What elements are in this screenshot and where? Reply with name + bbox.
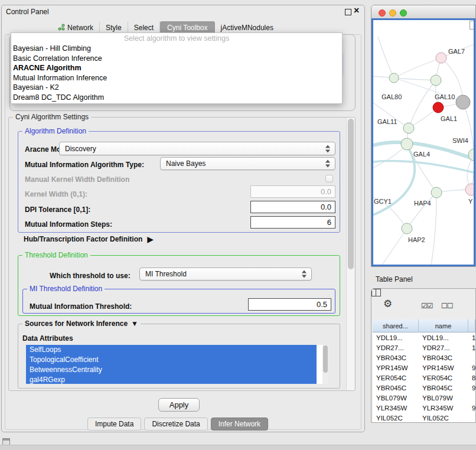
network-node[interactable] bbox=[433, 102, 444, 113]
table-row[interactable]: YDL19...YDL19...13 bbox=[373, 332, 475, 343]
table-header-row: shared...name bbox=[373, 319, 475, 332]
table-row[interactable]: YIL052CYIL052C bbox=[373, 413, 475, 422]
node-label: GAL7 bbox=[448, 48, 465, 55]
tab-select[interactable]: Select bbox=[128, 22, 160, 34]
algorithm-option[interactable]: Bayesian - Hill Climbing bbox=[11, 44, 342, 54]
column-header[interactable] bbox=[468, 319, 475, 332]
table-cell: YBL079W bbox=[373, 393, 419, 403]
aracne-mode-select[interactable]: Discovery bbox=[59, 142, 335, 155]
minimize-traffic-light[interactable] bbox=[389, 9, 396, 17]
which-threshold-select[interactable]: MI Threshold bbox=[139, 268, 312, 281]
tab-jactivemnodules[interactable]: jActiveMNodules bbox=[215, 22, 279, 34]
node-label: SWI4 bbox=[452, 137, 468, 144]
dpi-tolerance-label: DPI Tolerance [0,1]: bbox=[25, 206, 90, 214]
tab-discretize-data[interactable]: Discretize Data bbox=[144, 418, 207, 431]
select-all-rows-icon[interactable]: ☑☑ bbox=[421, 301, 433, 311]
mi-steps-label: Mutual Information Steps: bbox=[25, 220, 112, 229]
close-traffic-light[interactable] bbox=[379, 9, 386, 17]
deselect-all-rows-icon[interactable]: ☐☐ bbox=[441, 301, 453, 311]
network-node[interactable] bbox=[436, 53, 446, 63]
mi-steps-input[interactable]: 6 bbox=[250, 216, 335, 229]
gear-icon[interactable]: ⚙ bbox=[383, 299, 392, 309]
settings-scrollbar-thumb[interactable] bbox=[348, 119, 354, 269]
close-icon[interactable]: × bbox=[354, 5, 359, 16]
chevron-updown-icon bbox=[325, 145, 331, 152]
desktop: Control Panel × Network Style Select Cyn… bbox=[0, 0, 476, 450]
table-cell: YBL079W bbox=[419, 393, 468, 403]
algorithm-option[interactable]: Mutual Information Inference bbox=[11, 73, 342, 83]
table-cell: YER054C bbox=[373, 373, 419, 383]
mi-algorithm-type-select[interactable]: Naive Bayes bbox=[160, 157, 335, 170]
table-row[interactable]: YLR345WYLR345W9. bbox=[373, 403, 475, 413]
attribute-item[interactable]: BetweennessCentrality bbox=[26, 365, 317, 375]
table-cell: YBR043C bbox=[419, 353, 468, 363]
network-node[interactable] bbox=[403, 123, 414, 133]
network-node[interactable] bbox=[431, 75, 441, 86]
node-label: HAP2 bbox=[408, 236, 425, 243]
network-node[interactable] bbox=[465, 184, 475, 195]
network-node[interactable] bbox=[389, 73, 399, 83]
network-canvas[interactable]: GAL7GAL80GAL10GAL11GAL1SWI4GAL4GCY1HAP4Y… bbox=[371, 18, 475, 266]
algorithm-option[interactable]: ARACNE Algorithm bbox=[11, 63, 342, 73]
table-cell bbox=[468, 393, 475, 403]
node-label: GCY1 bbox=[374, 198, 392, 205]
table-cell: YDR27... bbox=[419, 343, 468, 353]
data-attributes-label: Data Attributes bbox=[22, 334, 73, 343]
algorithm-option[interactable]: Basic Correlation Inference bbox=[11, 54, 342, 64]
input-value: 0.0 bbox=[321, 203, 331, 211]
network-edge bbox=[463, 102, 474, 155]
network-window-titlebar bbox=[371, 5, 475, 19]
node-label: GAL10 bbox=[435, 93, 455, 100]
kernel-width-label: Kernel Width (0,1): bbox=[25, 190, 87, 198]
network-node[interactable] bbox=[402, 223, 412, 234]
table-cell: YDR27... bbox=[373, 343, 419, 353]
attribute-item[interactable]: TopologicalCoefficient bbox=[26, 355, 317, 365]
selected-value: MI Threshold bbox=[145, 270, 187, 278]
group-title: Algorithm Definition bbox=[22, 127, 89, 135]
table-row[interactable]: YBL079WYBL079W bbox=[373, 393, 475, 403]
table-row[interactable]: YPR145WYPR145W9. bbox=[373, 363, 475, 373]
tab-impute-data[interactable]: Impute Data bbox=[87, 418, 141, 431]
table-row[interactable]: YER054CYER054C8. bbox=[373, 373, 475, 383]
expand-right-icon: ▶ bbox=[147, 234, 154, 244]
column-header[interactable]: shared... bbox=[373, 319, 419, 332]
columns-icon[interactable] bbox=[371, 289, 381, 296]
mi-threshold-input[interactable]: 0.5 bbox=[248, 298, 331, 311]
settings-scrollbar[interactable] bbox=[346, 118, 354, 390]
table-row[interactable]: YDR27...YDR27...12 bbox=[373, 343, 475, 353]
algorithm-option[interactable]: Bayesian - K2 bbox=[11, 83, 342, 93]
zoom-traffic-light[interactable] bbox=[400, 9, 407, 17]
tab-infer-network[interactable]: Infer Network bbox=[211, 418, 268, 431]
attribute-item[interactable]: SelfLoops bbox=[26, 345, 317, 355]
which-threshold-label: Which threshold to use: bbox=[50, 272, 131, 280]
tab-label: jActiveMNodules bbox=[221, 24, 273, 32]
table-row[interactable]: YBR043CYBR043C bbox=[373, 353, 475, 363]
network-node[interactable] bbox=[431, 187, 442, 198]
tab-label: Network bbox=[67, 24, 93, 32]
attributes-scrollbar[interactable] bbox=[322, 345, 328, 384]
inner-frame-corner bbox=[470, 21, 475, 30]
column-header[interactable]: name bbox=[419, 319, 468, 332]
dpi-tolerance-input[interactable]: 0.0 bbox=[250, 201, 335, 213]
table-cell: YPR145W bbox=[419, 363, 468, 373]
table-row[interactable]: YBR045CYBR045C9. bbox=[373, 383, 475, 393]
network-node[interactable] bbox=[456, 95, 470, 109]
table-cell: 9. bbox=[468, 363, 475, 373]
network-edge bbox=[394, 58, 441, 78]
table-toolbar: ⚙ ☑☑ ☐☐ bbox=[371, 289, 475, 318]
table-cell: 9. bbox=[468, 383, 475, 393]
network-edge bbox=[431, 193, 436, 266]
table-cell: YPR145W bbox=[373, 363, 419, 373]
tab-style[interactable]: Style bbox=[100, 22, 128, 34]
attributes-scrollbar-thumb[interactable] bbox=[323, 345, 328, 373]
node-label: GAL80 bbox=[382, 93, 402, 100]
apply-button[interactable]: Apply bbox=[158, 398, 200, 412]
algorithm-option[interactable]: Dream8 DC_TDC Algorithm bbox=[11, 93, 342, 103]
collapse-down-icon: ▼ bbox=[131, 319, 138, 328]
float-panel-icon[interactable] bbox=[345, 9, 351, 15]
table-cell: YER054C bbox=[419, 373, 468, 383]
hub-definition-toggle[interactable]: Hub/Transcription Factor Definition ▶ bbox=[24, 234, 154, 244]
network-node[interactable] bbox=[401, 138, 413, 150]
attribute-item[interactable]: gal4RGexp bbox=[26, 375, 317, 384]
sources-toggle[interactable]: Sources for Network Inference ▼ bbox=[22, 319, 141, 328]
